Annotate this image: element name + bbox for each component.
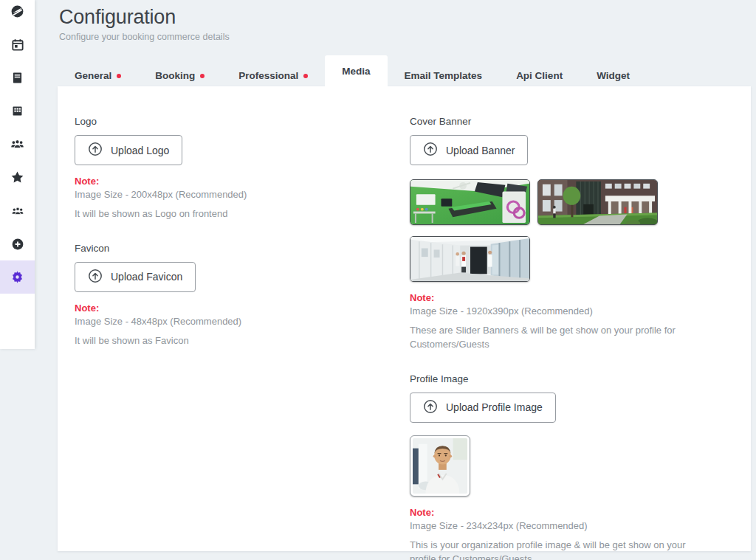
upload-icon	[88, 269, 103, 286]
sidebar-item-calendar[interactable]	[0, 28, 35, 61]
tab-professional[interactable]: Professional	[221, 64, 325, 87]
cover-banner-label: Cover Banner	[410, 116, 738, 127]
upload-banner-button[interactable]: Upload Banner	[410, 135, 528, 165]
calendar-icon	[11, 38, 24, 52]
star-icon	[10, 170, 24, 184]
tab-label: Email Templates	[405, 70, 483, 81]
page-subtitle: Configure your booking commerce details	[59, 32, 230, 42]
note-label: Note:	[75, 176, 392, 187]
page-title: Configuration	[59, 6, 230, 29]
favicon-label: Favicon	[75, 243, 392, 254]
favicon-section: Favicon Upload Favicon Note: Image Size …	[75, 243, 392, 348]
sidebar-item-add[interactable]	[0, 227, 35, 260]
tab-label: General	[75, 70, 111, 81]
clinic-building-photo	[538, 180, 657, 224]
gear-icon	[10, 270, 24, 284]
upload-icon	[423, 142, 438, 159]
banner-thumbnails-row	[410, 179, 738, 225]
operating-room-photo	[410, 180, 529, 224]
tab-label: Api Client	[516, 70, 563, 81]
unsaved-dot-icon	[117, 74, 121, 78]
sidebar-item-reviews[interactable]	[0, 161, 35, 194]
profile-image-thumbnail	[410, 435, 470, 497]
banner-thumbnail-operating-room	[410, 179, 530, 225]
profile-photo	[413, 438, 467, 494]
sidebar-nav	[0, 0, 35, 294]
logo-section: Logo Upload Logo Note: Image Size - 200x…	[75, 116, 392, 221]
sidebar-item-bookings[interactable]	[0, 61, 35, 94]
upload-logo-label: Upload Logo	[111, 145, 169, 156]
tab-widget[interactable]: Widget	[580, 64, 647, 87]
team-icon	[10, 137, 24, 151]
sidebar-item-customers[interactable]	[0, 194, 35, 227]
config-tabs: General Booking Professional Media Email…	[58, 55, 647, 87]
sidebar-item-settings[interactable]	[0, 260, 35, 294]
logo-size-note: Image Size - 200x48px (Recommended)	[75, 189, 392, 200]
customers-icon	[11, 204, 24, 218]
unsaved-dot-icon	[200, 74, 205, 78]
favicon-size-note: Image Size - 48x48px (Recommended)	[75, 316, 392, 327]
tab-api-client[interactable]: Api Client	[499, 64, 580, 87]
plus-circle-icon	[11, 238, 24, 251]
profile-image-section: Profile Image Upload Profile Image	[410, 373, 738, 560]
note-label: Note:	[75, 303, 392, 314]
sidebar-item-team[interactable]	[0, 128, 35, 161]
logo-label: Logo	[75, 116, 392, 127]
profile-description: This is your organization profile image …	[410, 539, 712, 560]
media-right-column: Cover Banner Upload Banner	[410, 116, 738, 560]
banner-size-note: Image Size - 1920x390px (Recommended)	[410, 305, 738, 317]
organization-icon	[11, 105, 24, 117]
profile-image-label: Profile Image	[410, 373, 738, 384]
dashboard-logo-icon	[10, 4, 24, 18]
note-label: Note:	[410, 507, 738, 518]
upload-logo-button[interactable]: Upload Logo	[75, 135, 182, 165]
banner-thumbnail-clinic-building	[537, 179, 658, 225]
upload-profile-image-button[interactable]: Upload Profile Image	[410, 393, 556, 423]
favicon-description: It will be shown as Favicon	[75, 334, 392, 348]
upload-profile-image-label: Upload Profile Image	[446, 401, 543, 413]
tab-label: Widget	[597, 70, 630, 81]
hospital-hallway-photo	[410, 237, 529, 281]
upload-banner-label: Upload Banner	[446, 145, 515, 156]
sidebar	[0, 0, 35, 349]
profile-size-note: Image Size - 234x234px (Recommended)	[410, 520, 738, 531]
sidebar-item-dashboard[interactable]	[0, 0, 35, 28]
upload-icon	[423, 399, 438, 416]
logo-description: It will be shown as Logo on frontend	[75, 207, 392, 221]
upload-icon	[88, 142, 103, 159]
media-left-column: Logo Upload Logo Note: Image Size - 200x…	[75, 116, 392, 348]
tab-media[interactable]: Media	[325, 55, 387, 87]
tab-email-templates[interactable]: Email Templates	[388, 64, 500, 87]
tab-label: Media	[342, 66, 370, 77]
upload-favicon-button[interactable]: Upload Favicon	[75, 262, 196, 292]
bookings-icon	[11, 72, 24, 84]
media-settings-card: Logo Upload Logo Note: Image Size - 200x…	[58, 86, 751, 551]
note-label: Note:	[410, 292, 738, 303]
tab-label: Professional	[238, 70, 298, 81]
page-header: Configuration Configure your booking com…	[59, 6, 230, 42]
banner-description: These are Slider Banners & will be get s…	[410, 324, 738, 352]
banner-thumbnail-hospital-hallway	[410, 236, 530, 282]
unsaved-dot-icon	[303, 74, 308, 78]
cover-banner-section: Cover Banner Upload Banner	[410, 116, 738, 352]
upload-favicon-label: Upload Favicon	[111, 271, 182, 283]
tab-label: Booking	[155, 70, 195, 81]
tab-booking[interactable]: Booking	[138, 64, 221, 87]
tab-general[interactable]: General	[58, 64, 138, 87]
sidebar-item-organization[interactable]	[0, 94, 35, 128]
